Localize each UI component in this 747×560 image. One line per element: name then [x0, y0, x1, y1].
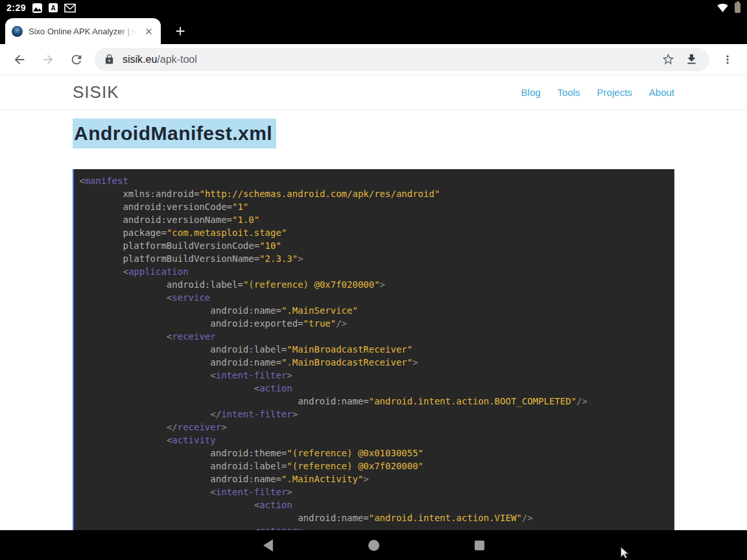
- download-icon[interactable]: [680, 48, 703, 71]
- screenshot-notification-icon: [32, 3, 42, 13]
- browser-toolbar: sisik.eu/apk-tool: [0, 44, 747, 75]
- nav-link-blog[interactable]: Blog: [521, 87, 541, 98]
- code-line: <service: [79, 291, 669, 304]
- site-header: SISIK BlogToolsProjectsAbout: [0, 75, 747, 110]
- code-line: <category: [79, 524, 669, 530]
- android-home-icon[interactable]: [368, 540, 379, 551]
- wifi-icon: [717, 3, 728, 12]
- url-domain: sisik.eu: [123, 54, 157, 65]
- code-line: platformBuildVersionName="2.3.3">: [79, 252, 669, 265]
- tab-strip: Sixo Online APK Analyzer | sis: [0, 16, 747, 44]
- code-line: android:name=".MainActivity">: [79, 472, 669, 485]
- code-line: android:name=".MainService": [79, 304, 669, 317]
- page-content: AndroidManifest.xml <manifest xmlns:andr…: [0, 110, 747, 530]
- code-line: </intent-filter>: [79, 408, 669, 421]
- android-screen: 2:29 A Sixo Online APK Analyzer | sis: [0, 0, 747, 560]
- url-path: /apk-tool: [157, 54, 196, 65]
- battery-icon: [735, 3, 741, 13]
- code-line: android:name=".MainBroadcastReceiver">: [79, 356, 669, 369]
- tab-close-icon[interactable]: [143, 25, 154, 37]
- url-bar[interactable]: sisik.eu/apk-tool: [95, 48, 709, 71]
- code-line: <activity: [79, 434, 669, 447]
- code-line: </receiver>: [79, 421, 669, 434]
- reload-icon[interactable]: [62, 45, 91, 74]
- browser-tab[interactable]: Sixo Online APK Analyzer | sis: [5, 18, 161, 44]
- code-line: <receiver: [79, 330, 669, 343]
- bookmark-star-icon[interactable]: [656, 48, 680, 71]
- code-line: xmlns:android="http://schemas.android.co…: [79, 187, 669, 200]
- code-line: <manifest: [79, 174, 669, 187]
- url-text[interactable]: sisik.eu/apk-tool: [123, 54, 656, 65]
- browser-menu-icon[interactable]: [713, 45, 742, 74]
- forward-icon: [34, 45, 62, 74]
- mouse-cursor: [620, 547, 630, 559]
- code-line: platformBuildVersionCode="10": [79, 239, 669, 252]
- code-line: <intent-filter>: [79, 369, 669, 382]
- code-line: android:label="(reference) @0x7f020000">: [79, 278, 669, 291]
- clock: 2:29: [6, 3, 26, 13]
- code-line: <action: [79, 498, 669, 511]
- code-line: <intent-filter>: [79, 485, 669, 498]
- code-line: <application: [79, 265, 669, 278]
- code-line: android:name="android.intent.action.BOOT…: [79, 395, 669, 408]
- android-back-icon[interactable]: [263, 540, 274, 551]
- tab-title: Sixo Online APK Analyzer | sis: [29, 27, 139, 36]
- new-tab-icon[interactable]: [172, 23, 188, 39]
- code-line: android:versionCode="1": [79, 200, 669, 213]
- code-line: android:label="MainBroadcastReceiver": [79, 343, 669, 356]
- code-line: android:label="(reference) @0x7f020000": [79, 460, 669, 472]
- page-viewport: SISIK BlogToolsProjectsAbout AndroidMani…: [0, 75, 747, 530]
- manifest-code-block: <manifest xmlns:android="http://schemas.…: [73, 169, 674, 530]
- page-title: AndroidManifest.xml: [73, 119, 276, 148]
- code-line: android:versionName="1.0": [79, 213, 669, 226]
- nav-link-projects[interactable]: Projects: [597, 87, 632, 98]
- lock-icon: [104, 54, 115, 65]
- nav-link-tools[interactable]: Tools: [558, 87, 580, 98]
- site-favicon: [12, 26, 23, 37]
- code-line: android:theme="(reference) @0x01030055": [79, 447, 669, 460]
- android-nav-bar: [0, 530, 747, 560]
- code-line: android:name="android.intent.action.VIEW…: [79, 511, 669, 524]
- code-line: android:exported="true"/>: [79, 317, 669, 330]
- site-logo[interactable]: SISIK: [73, 82, 119, 102]
- letter-a-app-notification-icon: A: [49, 3, 58, 12]
- code-line: <action: [79, 382, 669, 395]
- back-icon[interactable]: [5, 45, 34, 74]
- status-bar: 2:29 A: [0, 0, 747, 16]
- gmail-notification-icon: [64, 3, 76, 13]
- nav-link-about[interactable]: About: [649, 87, 674, 98]
- android-recents-icon[interactable]: [474, 540, 485, 551]
- code-line: package="com.metasploit.stage": [79, 226, 669, 239]
- site-nav: BlogToolsProjectsAbout: [521, 87, 674, 98]
